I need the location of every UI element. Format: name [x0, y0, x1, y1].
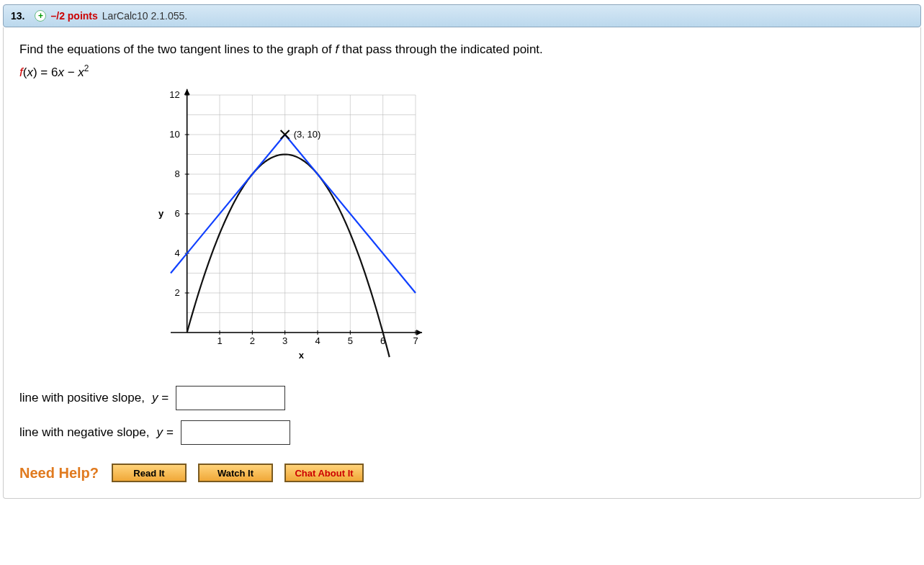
help-row: Need Help? Read It Watch It Chat About I… — [19, 464, 905, 482]
need-help-label: Need Help? — [19, 465, 99, 482]
function-x3: x — [78, 65, 84, 78]
function-exponent: 2 — [84, 63, 89, 73]
svg-marker-24 — [416, 330, 422, 335]
watch-it-button[interactable]: Watch It — [198, 464, 273, 482]
question-number: 13. — [11, 10, 24, 22]
svg-text:(3, 10): (3, 10) — [294, 129, 321, 140]
svg-text:4: 4 — [174, 248, 179, 258]
svg-text:7: 7 — [413, 335, 418, 346]
prompt-prefix: Find the equations of the two tangent li… — [19, 42, 336, 56]
function-x: x — [27, 65, 33, 78]
function-x2: x — [58, 65, 64, 78]
question-body: Find the equations of the two tangent li… — [3, 27, 921, 499]
svg-text:10: 10 — [169, 129, 179, 140]
svg-text:5: 5 — [348, 335, 353, 346]
svg-text:8: 8 — [174, 168, 179, 179]
chat-about-it-button[interactable]: Chat About It — [284, 464, 364, 482]
prompt-suffix: that pass through the indicated point. — [338, 42, 543, 56]
svg-marker-23 — [184, 89, 190, 95]
source-label: LarCalc10 2.1.055. — [102, 10, 187, 22]
negative-slope-eq: y = — [157, 425, 174, 440]
svg-text:2: 2 — [250, 335, 255, 346]
read-it-button[interactable]: Read It — [112, 464, 187, 482]
positive-slope-input[interactable] — [176, 386, 285, 410]
svg-text:y: y — [158, 208, 164, 219]
svg-text:4: 4 — [315, 335, 320, 346]
function-definition: f(x) = 6x − x2 — [19, 63, 905, 80]
expand-icon[interactable]: + — [35, 10, 46, 22]
svg-text:6: 6 — [174, 208, 179, 219]
svg-text:12: 12 — [169, 89, 179, 100]
chart-svg: 123456724681012xy(3, 10) — [135, 88, 423, 369]
positive-slope-eq: y = — [152, 391, 169, 405]
svg-text:3: 3 — [282, 335, 287, 346]
negative-slope-input[interactable] — [181, 420, 290, 445]
svg-text:1: 1 — [217, 335, 222, 346]
positive-slope-label: line with positive slope, — [19, 391, 145, 405]
svg-text:x: x — [299, 350, 305, 361]
answer-row-positive: line with positive slope, y = — [19, 386, 905, 410]
svg-text:2: 2 — [174, 287, 179, 298]
points-label: –/2 points — [50, 10, 97, 22]
question-header: 13. + –/2 points LarCalc10 2.1.055. — [3, 4, 921, 27]
function-minus: − — [64, 65, 78, 78]
question-container: 13. + –/2 points LarCalc10 2.1.055. Find… — [0, 4, 924, 499]
answer-row-negative: line with negative slope, y = — [19, 420, 905, 445]
negative-slope-label: line with negative slope, — [19, 425, 150, 440]
function-equals: = 6 — [37, 65, 58, 78]
prompt-text: Find the equations of the two tangent li… — [19, 40, 905, 59]
graph: 123456724681012xy(3, 10) — [135, 88, 905, 371]
